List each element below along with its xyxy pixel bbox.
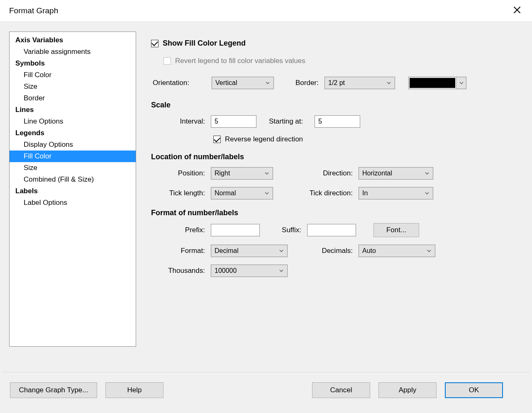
position-select[interactable]: Right: [211, 167, 273, 180]
tree-item[interactable]: Variable assignments: [10, 46, 136, 58]
orientation-label: Orientation:: [153, 79, 206, 87]
direction-select[interactable]: Horizontal: [359, 167, 433, 180]
tree-group[interactable]: Symbols: [10, 58, 136, 69]
location-title: Location of number/labels: [151, 153, 520, 161]
tree-group[interactable]: Lines: [10, 104, 136, 116]
close-icon: [513, 6, 521, 15]
tree-item[interactable]: Size: [10, 162, 136, 174]
client-area: Axis VariablesVariable assignmentsSymbol…: [0, 22, 532, 413]
prefix-label: Prefix:: [151, 226, 205, 234]
chevron-down-icon: [456, 77, 466, 89]
position-value: Right: [215, 170, 230, 177]
chevron-down-icon: [265, 80, 270, 85]
help-button[interactable]: Help: [105, 382, 164, 398]
interval-input[interactable]: [211, 115, 256, 128]
border-value: 1/2 pt: [328, 79, 345, 87]
tree-group[interactable]: Axis Variables: [10, 34, 136, 46]
reverse-checkbox[interactable]: [213, 136, 221, 143]
interval-row: Interval: Starting at:: [151, 115, 520, 128]
tree-item[interactable]: Border: [10, 92, 136, 104]
thousands-label: Thousands:: [151, 267, 205, 275]
suffix-input[interactable]: [307, 224, 356, 236]
apply-button[interactable]: Apply: [378, 382, 437, 398]
starting-label: Starting at:: [269, 117, 315, 126]
thousands-value: 100000: [215, 267, 237, 275]
prefix-suffix-row: Prefix: Suffix: Font...: [151, 223, 520, 237]
close-button[interactable]: [510, 3, 525, 18]
prefix-input[interactable]: [211, 224, 260, 236]
tree-item[interactable]: Fill Color: [10, 69, 136, 81]
ticklen-select[interactable]: Normal: [211, 187, 273, 199]
decimals-value: Auto: [362, 247, 376, 255]
settings-panel: Show Fill Color Legend Revert legend to …: [136, 32, 532, 413]
format-label: Format:: [151, 247, 205, 255]
direction-label: Direction:: [299, 169, 353, 177]
revert-row: Revert legend to fill color variables va…: [164, 57, 520, 65]
chevron-down-icon: [264, 191, 269, 196]
revert-checkbox[interactable]: [164, 57, 171, 65]
format-graph-dialog: Format Graph Axis VariablesVariable assi…: [0, 0, 532, 413]
direction-value: Horizontal: [362, 170, 392, 177]
orientation-select[interactable]: Vertical: [212, 77, 274, 89]
tickdir-select[interactable]: In: [359, 187, 433, 199]
tree-group[interactable]: Labels: [10, 185, 136, 197]
format-decimals-row: Format: Decimal Decimals: Auto: [151, 245, 520, 257]
show-legend-checkbox[interactable]: [151, 40, 159, 47]
chevron-down-icon: [279, 268, 284, 273]
position-label: Position:: [151, 169, 205, 177]
tree-item[interactable]: Combined (Fill & Size): [10, 174, 136, 185]
reverse-row: Reverse legend direction: [213, 135, 520, 143]
orientation-value: Vertical: [215, 79, 237, 87]
border-label: Border:: [295, 79, 325, 87]
chevron-down-icon: [264, 171, 269, 176]
thousands-select[interactable]: 100000: [211, 265, 288, 277]
titlebar: Format Graph: [0, 0, 532, 22]
chevron-down-icon: [425, 191, 430, 196]
scale-title: Scale: [151, 101, 520, 109]
cancel-button[interactable]: Cancel: [312, 382, 370, 398]
chevron-down-icon: [279, 248, 284, 253]
ticklen-label: Tick length:: [151, 189, 205, 197]
footer: Change Graph Type... Help Cancel Apply O…: [2, 372, 530, 398]
show-legend-label: Show Fill Color Legend: [163, 39, 246, 48]
format-select[interactable]: Decimal: [211, 245, 288, 257]
tree-item[interactable]: Size: [10, 81, 136, 92]
category-tree[interactable]: Axis VariablesVariable assignmentsSymbol…: [9, 32, 136, 347]
tick-row: Tick length: Normal Tick direction: In: [151, 187, 520, 199]
starting-input[interactable]: [315, 115, 360, 128]
tree-item[interactable]: Fill Color: [10, 151, 136, 162]
decimals-select[interactable]: Auto: [359, 245, 435, 257]
border-width-select[interactable]: 1/2 pt: [325, 77, 395, 89]
tree-item[interactable]: Label Options: [10, 197, 136, 209]
orientation-border-row: Orientation: Vertical Border: 1/2 pt: [151, 77, 520, 89]
format-value: Decimal: [215, 247, 239, 255]
tree-group[interactable]: Legends: [10, 127, 136, 139]
chevron-down-icon: [386, 80, 391, 85]
suffix-label: Suffix:: [272, 226, 301, 234]
border-color-select[interactable]: [408, 77, 466, 89]
font-button[interactable]: Font...: [373, 223, 419, 237]
interval-label: Interval:: [151, 117, 205, 126]
revert-label: Revert legend to fill color variables va…: [175, 57, 305, 65]
ticklen-value: Normal: [215, 189, 236, 197]
tree-item[interactable]: Display Options: [10, 139, 136, 151]
tickdir-value: In: [362, 189, 368, 197]
reverse-label: Reverse legend direction: [225, 135, 303, 143]
show-legend-row: Show Fill Color Legend: [151, 39, 520, 48]
format-title: Format of number/labels: [151, 209, 520, 217]
position-direction-row: Position: Right Direction: Horizontal: [151, 167, 520, 180]
thousands-row: Thousands: 100000: [151, 265, 520, 277]
tree-item[interactable]: Line Options: [10, 116, 136, 127]
chevron-down-icon: [425, 171, 430, 176]
dialog-title: Format Graph: [9, 6, 58, 15]
decimals-label: Decimals:: [309, 247, 353, 255]
change-graph-type-button[interactable]: Change Graph Type...: [10, 382, 97, 398]
chevron-down-icon: [427, 248, 432, 253]
color-swatch: [410, 78, 455, 88]
tickdir-label: Tick direction:: [299, 189, 353, 197]
ok-button[interactable]: OK: [445, 382, 503, 398]
